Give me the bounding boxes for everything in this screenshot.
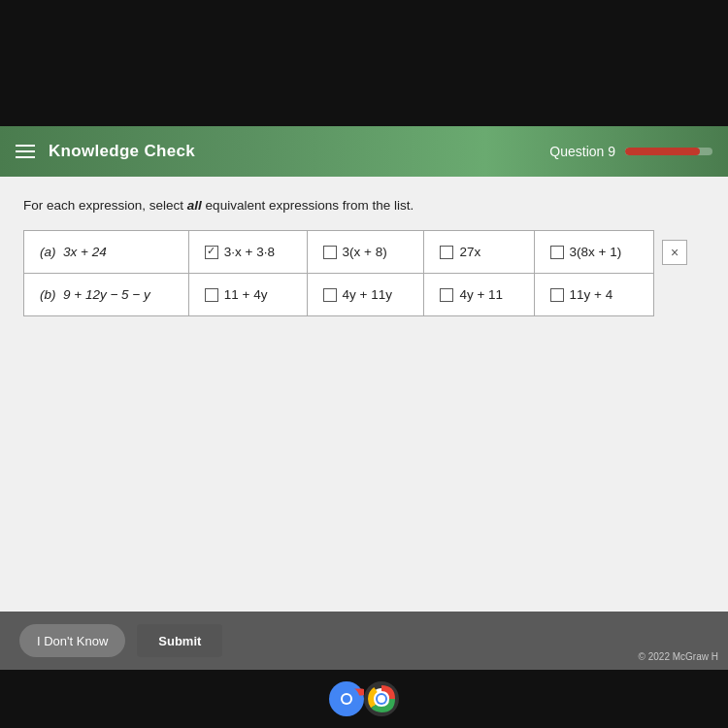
expression-label-b: (b) 9 + 12y − 5 − y xyxy=(24,274,189,316)
checkbox-b2[interactable] xyxy=(323,288,337,302)
table-row: (b) 9 + 12y − 5 − y 11 + 4y 4y + 11y xyxy=(24,274,654,316)
instruction-emphasis: all xyxy=(187,198,202,213)
checkbox-a3[interactable] xyxy=(440,246,453,259)
question-label: Question 9 xyxy=(549,144,615,159)
submit-button[interactable]: Submit xyxy=(137,624,222,657)
svg-point-6 xyxy=(343,695,350,703)
taskbar xyxy=(0,670,728,728)
svg-point-11 xyxy=(378,695,385,703)
option-b3[interactable]: 4y + 11 xyxy=(424,274,534,316)
option-b4[interactable]: 11y + 4 xyxy=(534,274,653,316)
content-area: For each expression, select all equivale… xyxy=(0,177,728,623)
option-a3[interactable]: 27x xyxy=(424,231,534,274)
dont-know-button[interactable]: I Don't Know xyxy=(19,624,125,657)
option-a4[interactable]: 3(8x + 1) xyxy=(534,231,653,274)
app-title: Knowledge Check xyxy=(49,142,195,161)
option-a2[interactable]: 3(x + 8) xyxy=(307,231,424,274)
progress-bar xyxy=(625,148,712,155)
option-b1[interactable]: 11 + 4y xyxy=(188,274,307,316)
chrome-icon-simple xyxy=(364,681,399,716)
hamburger-menu[interactable] xyxy=(16,145,35,158)
option-a1[interactable]: 3·x + 3·8 xyxy=(188,231,307,274)
close-button[interactable]: × xyxy=(662,240,687,265)
option-b2[interactable]: 4y + 11y xyxy=(307,274,424,316)
instruction-text: For each expression, select all equivale… xyxy=(23,198,705,213)
table-row: (a) 3x + 24 3·x + 3·8 3(x + 8) xyxy=(24,231,654,274)
bottom-bar: I Don't Know Submit © 2022 McGraw H xyxy=(0,612,728,670)
checkbox-b4[interactable] xyxy=(550,288,564,302)
checkbox-a2[interactable] xyxy=(323,246,337,259)
checkbox-b3[interactable] xyxy=(440,288,453,302)
progress-fill xyxy=(625,148,700,155)
checkbox-b1[interactable] xyxy=(205,288,218,302)
header-bar: Knowledge Check Question 9 xyxy=(0,126,728,177)
expression-label-a: (a) 3x + 24 xyxy=(24,231,189,274)
copyright-text: © 2022 McGraw H xyxy=(639,651,718,662)
chrome-icon xyxy=(329,681,364,716)
table-wrapper: (a) 3x + 24 3·x + 3·8 3(x + 8) xyxy=(23,230,705,316)
answer-table: (a) 3x + 24 3·x + 3·8 3(x + 8) xyxy=(23,230,654,316)
checkbox-a1[interactable] xyxy=(205,246,218,259)
checkbox-a4[interactable] xyxy=(550,246,564,259)
